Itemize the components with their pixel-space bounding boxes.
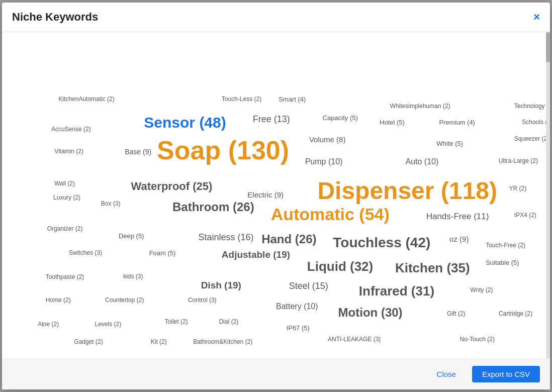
word-item: Dish (19) (201, 280, 241, 291)
word-item: Dispenser (118) (317, 177, 497, 205)
word-item: Motion (30) (338, 306, 403, 320)
word-item: Gift (2) (447, 310, 466, 317)
word-item: Hand (26) (261, 232, 316, 246)
word-item: IPX4 (2) (514, 212, 536, 219)
word-item: Liquid (32) (307, 259, 373, 274)
word-item: Wnty (2) (470, 286, 493, 293)
word-item: Switches (3) (69, 249, 102, 256)
word-item: Whitesimplehuman (2) (390, 103, 450, 110)
word-item: Toilet (2) (165, 318, 188, 325)
modal-overlay: Niche Keywords × Soap (130)Dispenser (11… (0, 0, 552, 392)
word-item: Touchless (42) (333, 235, 430, 251)
word-item: Bathroom&Kitchen (2) (193, 338, 252, 345)
word-item: Control (3) (188, 297, 217, 304)
word-item: Premium (4) (439, 119, 475, 126)
word-item: Countertop (2) (105, 297, 144, 304)
word-item: Dial (2) (219, 318, 239, 325)
word-item: Toothpaste (2) (46, 273, 84, 280)
modal-title: Niche Keywords (12, 11, 98, 24)
modal-footer: Close Export to CSV (2, 358, 550, 389)
word-item: Organizer (2) (47, 225, 83, 232)
word-item: Stainless (16) (199, 232, 254, 243)
word-item: Pump (10) (305, 157, 343, 166)
word-item: Soap (130) (157, 135, 289, 165)
word-item: Steel (15) (289, 281, 328, 291)
word-item: Battery (10) (276, 302, 318, 311)
word-item: Electric (9) (247, 190, 284, 199)
scrollbar-thumb[interactable] (546, 32, 550, 62)
word-item: Waterproof (25) (131, 180, 213, 193)
modal-body: Soap (130)Dispenser (118)Automatic (54)S… (2, 32, 550, 358)
word-item: Hotel (5) (380, 119, 405, 126)
word-item: IP67 (5) (287, 324, 310, 332)
word-item: Luxury (2) (53, 194, 80, 201)
word-item: KitchenAutomatic (2) (58, 95, 114, 103)
word-item: Technology (2) (514, 103, 550, 110)
word-item: oz (9) (449, 235, 469, 243)
word-item: Deep (5) (119, 232, 144, 240)
word-item: Kitchen (35) (395, 260, 470, 276)
close-icon-button[interactable]: × (533, 12, 540, 23)
word-item: Cartridge (2) (499, 310, 532, 317)
word-item: Base (9) (125, 148, 151, 156)
word-item: Wall (2) (54, 180, 75, 187)
word-item: Suitable (5) (486, 259, 519, 266)
word-item: YR (2) (509, 185, 527, 192)
word-item: Touch-Free (2) (486, 242, 525, 249)
word-item: Squeezer (2) (514, 135, 549, 142)
word-item: Kit (2) (151, 338, 167, 345)
word-item: White (5) (436, 140, 463, 147)
close-button[interactable]: Close (427, 366, 466, 382)
word-item: Volume (8) (309, 135, 346, 144)
word-item: Bathroom (26) (172, 200, 254, 214)
word-item: No-Touch (2) (460, 336, 495, 343)
export-csv-button[interactable]: Export to CSV (472, 366, 540, 382)
word-item: Touch-Less (2) (222, 95, 261, 103)
word-item: Levels (2) (95, 321, 122, 328)
word-item: Box (3) (101, 200, 121, 207)
word-item: Smart (4) (279, 95, 306, 103)
word-item: kids (3) (123, 273, 143, 280)
word-item: Free (13) (253, 114, 290, 125)
word-item: Aloe (2) (38, 321, 59, 328)
word-item: Sensor (48) (144, 114, 226, 131)
word-item: Hands-Free (11) (426, 212, 489, 222)
word-item: AccuSense (2) (51, 126, 91, 133)
word-item: ANTI-LEAKAGE (3) (328, 336, 381, 343)
word-item: Ultra-Large (2) (499, 157, 538, 164)
word-item: Auto (10) (406, 157, 439, 166)
word-item: Gadget (2) (74, 338, 103, 345)
word-item: Adjustable (19) (222, 249, 290, 260)
modal-header: Niche Keywords × (2, 3, 550, 32)
word-item: Foam (5) (149, 249, 176, 257)
word-item: Vitamin (2) (54, 148, 83, 155)
scrollbar-track[interactable] (546, 32, 550, 358)
word-cloud: Soap (130)Dispenser (118)Automatic (54)S… (17, 42, 535, 348)
word-item: Capacity (5) (323, 114, 358, 122)
modal: Niche Keywords × Soap (130)Dispenser (11… (2, 3, 550, 389)
word-item: Home (2) (46, 297, 71, 304)
word-item: Automatic (54) (271, 205, 390, 224)
word-item: Infrared (31) (359, 283, 434, 299)
